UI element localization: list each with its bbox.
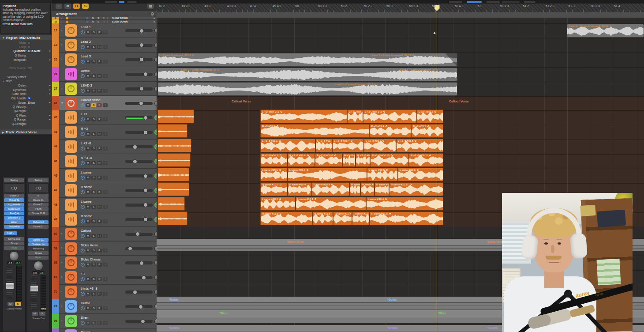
volume-slider[interactable]: [125, 261, 153, 264]
input-monitor-button[interactable]: I: [103, 306, 108, 310]
audio-region-orange[interactable]: L +3 -8 #01: [315, 139, 332, 152]
audio-region-orange[interactable]: R +3 -8 #06.6: [315, 153, 342, 167]
track-row-49[interactable]: 49R sameMSRI: [52, 212, 157, 227]
mute-button[interactable]: M: [86, 277, 90, 281]
solo-button[interactable]: S: [91, 190, 96, 194]
track-row-10[interactable]: 10›⏻MSRISLOW DOWN: [52, 20, 157, 23]
input-monitor-button[interactable]: I: [103, 263, 108, 267]
power-button[interactable]: [81, 263, 85, 267]
arrangement-marker-lane[interactable]: [157, 12, 644, 18]
automation-mode[interactable]: Read: [4, 246, 24, 250]
audio-region-orange[interactable]: R +3 #03.5: [411, 124, 443, 138]
track-name[interactable]: L same: [81, 200, 91, 204]
record-button[interactable]: R: [97, 132, 102, 136]
audio-region-orange-partial[interactable]: [157, 109, 194, 123]
disclosure-icon[interactable]: ›: [61, 232, 62, 235]
track-icon[interactable]: [65, 170, 77, 182]
track-icon[interactable]: [65, 213, 77, 226]
audio-region-orange[interactable]: R same #10.6: [312, 182, 349, 196]
solo-button[interactable]: S: [91, 161, 96, 165]
input-monitor-button[interactable]: I: [103, 74, 108, 78]
record-button[interactable]: R: [97, 117, 102, 121]
audio-region-orange[interactable]: R same #11.9: [370, 211, 443, 225]
volume-slider[interactable]: [125, 305, 153, 308]
power-button[interactable]: [81, 249, 85, 253]
playhead-line[interactable]: [437, 5, 437, 332]
power-button[interactable]: [81, 190, 85, 194]
track-row-27[interactable]: 27›LEAD 3MSRI: [52, 82, 157, 96]
volume-slider[interactable]: [125, 145, 153, 148]
track-icon[interactable]: [65, 24, 77, 37]
mute-button[interactable]: M: [86, 234, 90, 238]
audio-region-gray[interactable]: Lead 1 - Comp A merged_26.2: [157, 82, 457, 96]
solo-button[interactable]: S: [91, 45, 96, 49]
track-name[interactable]: Demo: [81, 69, 90, 73]
track-inspector-header[interactable]: ▶Track: Callout Verse: [0, 129, 52, 135]
plugin-slot[interactable]: Ozone 11: [28, 203, 49, 207]
record-button[interactable]: R: [97, 249, 102, 253]
output-slot[interactable]: Stereo Out: [4, 237, 24, 241]
disclosure-icon[interactable]: ▾: [61, 101, 63, 105]
mute-button[interactable]: M: [86, 219, 90, 223]
region-inspector-header[interactable]: ▼Region: MIDI Defaults: [0, 34, 52, 40]
power-button[interactable]: [81, 292, 85, 296]
plugin-slot[interactable]: Youlean Lo: [28, 242, 49, 246]
plugin-slot[interactable]: bx_console: [4, 203, 24, 207]
audio-region-orange[interactable]: R same #11.6: [312, 211, 333, 225]
solo-button[interactable]: S: [91, 306, 96, 310]
track-name[interactable]: Callout Verse: [81, 98, 101, 102]
track-name[interactable]: Guitar: [81, 301, 90, 305]
mute-button[interactable]: M: [32, 312, 38, 316]
mute-button[interactable]: M: [86, 117, 90, 121]
mute-button[interactable]: M: [86, 89, 90, 93]
mute-button[interactable]: M: [86, 103, 90, 107]
volume-slider[interactable]: [125, 102, 153, 105]
solo-button[interactable]: S: [91, 117, 96, 121]
param-stepper[interactable]: ◂▸: [49, 58, 50, 61]
volume-slider[interactable]: [125, 204, 153, 207]
track-row-44[interactable]: 44L +3 -8MSRI: [52, 140, 157, 154]
mute-button[interactable]: M: [86, 176, 90, 180]
duplicate-track-button[interactable]: ⧉: [64, 4, 71, 9]
input-monitor-button[interactable]: I: [103, 89, 108, 93]
pan-knob[interactable]: [9, 251, 19, 261]
track-icon[interactable]: [65, 155, 77, 167]
solo-button[interactable]: S: [91, 263, 96, 267]
solo-tracks-button[interactable]: S: [82, 4, 89, 9]
param-checkbox[interactable]: [28, 42, 30, 44]
power-button[interactable]: [81, 103, 85, 107]
plugin-slot[interactable]: Ozone 11: [28, 238, 49, 242]
input-monitor-button[interactable]: I: [103, 277, 108, 281]
solo-button[interactable]: S: [91, 205, 96, 209]
track-row-70[interactable]: 70›thirds +3 -8MSRI: [52, 285, 157, 299]
input-monitor-button[interactable]: I: [103, 321, 108, 325]
track-row-59[interactable]: 59›Sides VerseMSRI: [52, 241, 157, 256]
track-name[interactable]: LEAD 3: [81, 83, 92, 87]
plugin-slot[interactable]: Ozone 11: [28, 198, 49, 202]
input-slot[interactable]: ⊘ Bus 3: [4, 194, 24, 198]
audio-region-orange[interactable]: R same: [349, 182, 360, 196]
input-slot[interactable]: ⊘: [28, 194, 49, 198]
plugin-slot[interactable]: Oxford Inf: [28, 220, 49, 224]
audio-region-orange-partial[interactable]: [157, 139, 191, 152]
audio-region-orange[interactable]: L +3 -8 #01.4: [332, 139, 364, 152]
track-icon[interactable]: [65, 329, 77, 332]
audio-region-orange[interactable]: R same #11.1: [260, 211, 312, 225]
mute-button[interactable]: M: [86, 292, 90, 296]
group-slot[interactable]: Group: [4, 241, 24, 245]
track-icon[interactable]: [65, 140, 77, 153]
track-row-67[interactable]: 67›+3MSRI: [52, 270, 157, 285]
solo-button[interactable]: S: [39, 312, 45, 316]
track-name[interactable]: R +3: [81, 127, 88, 131]
plugin-slot[interactable]: Maag EQ4: [4, 207, 24, 211]
hide-tracks-button[interactable]: H: [73, 4, 80, 9]
audio-region-orange[interactable]: R +3 -8 #0: [356, 153, 370, 167]
mute-button[interactable]: M: [86, 45, 90, 49]
solo-button[interactable]: S: [91, 176, 96, 180]
audio-region-orange[interactable]: L same #10.3: [296, 197, 366, 211]
plugin-slot[interactable]: Decimort 2: [4, 216, 24, 220]
volume-slider[interactable]: [125, 189, 153, 192]
mute-button[interactable]: M: [7, 302, 14, 306]
record-button[interactable]: R: [97, 30, 102, 34]
track-name[interactable]: R same: [81, 214, 92, 218]
